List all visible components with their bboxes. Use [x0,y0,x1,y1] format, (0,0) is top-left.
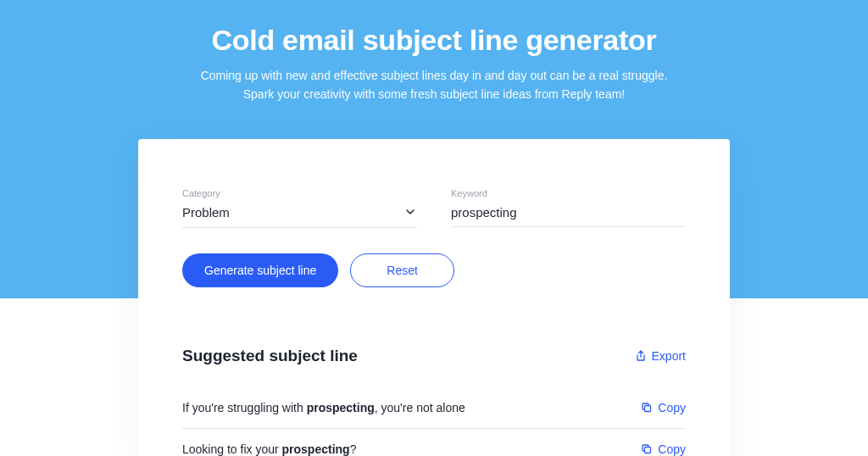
copy-icon [641,443,653,455]
copy-label: Copy [658,442,686,456]
keyword-input[interactable] [451,205,686,227]
result-text: If you're struggling with prospecting, y… [182,401,465,414]
button-row: Generate subject line Reset [182,253,686,287]
page-title: Cold email subject line generator [0,24,868,57]
copy-icon [641,402,653,414]
copy-button[interactable]: Copy [641,401,686,414]
keyword-field: Keyword [451,188,686,228]
form-row: Category Problem Keyword [182,188,686,228]
results-title: Suggested subject line [182,347,358,365]
page-subtitle-2: Spark your creativity with some fresh su… [0,86,868,104]
export-button[interactable]: Export [635,349,686,363]
category-value: Problem [182,205,230,220]
category-label: Category [182,188,417,198]
category-select[interactable]: Problem [182,205,417,228]
result-text: Looking to fix your prospecting? [182,442,356,456]
results-header: Suggested subject line Export [182,347,686,365]
results-list: If you're struggling with prospecting, y… [182,387,686,456]
generate-button[interactable]: Generate subject line [182,253,338,287]
export-icon [635,350,647,362]
export-label: Export [652,349,686,363]
generator-card: Category Problem Keyword Generate subjec… [138,139,730,456]
svg-rect-0 [645,406,651,412]
hero-section: Cold email subject line generator Coming… [0,0,868,103]
svg-rect-1 [645,448,651,453]
page-subtitle-1: Coming up with new and effective subject… [0,67,868,86]
chevron-down-icon [405,207,415,217]
copy-button[interactable]: Copy [641,442,686,456]
result-row: Looking to fix your prospecting?Copy [182,429,686,456]
result-row: If you're struggling with prospecting, y… [182,387,686,429]
category-field: Category Problem [182,188,417,228]
copy-label: Copy [658,401,686,414]
keyword-label: Keyword [451,188,686,198]
reset-button[interactable]: Reset [350,253,454,287]
